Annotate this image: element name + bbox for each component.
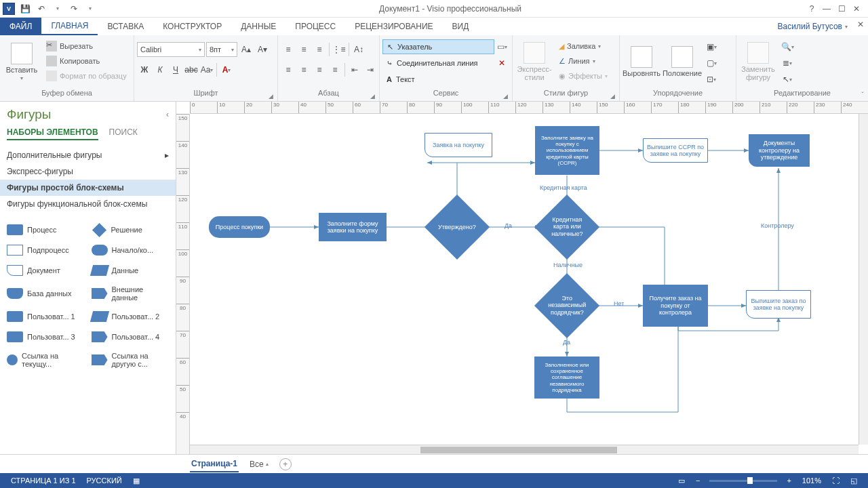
bullets-icon[interactable]: ⋮≡ <box>332 42 347 57</box>
tab-process[interactable]: ПРОЦЕСС <box>285 18 345 35</box>
save-icon[interactable]: 💾 <box>19 3 31 15</box>
redo-icon[interactable]: ↷ <box>68 3 80 15</box>
h-scrollbar[interactable] <box>190 445 859 454</box>
tab-file[interactable]: ФАЙЛ <box>0 18 41 35</box>
tab-review[interactable]: РЕЦЕНЗИРОВАНИЕ <box>345 18 442 35</box>
undo-dropdown-icon[interactable]: ▾ <box>52 3 64 15</box>
italic-icon[interactable]: К <box>153 62 167 77</box>
layers-icon[interactable]: ≣▾ <box>780 56 795 70</box>
shape-document[interactable]: Документ <box>4 261 87 280</box>
effects-button[interactable]: ◉Эффекты▾ <box>556 69 610 83</box>
tab-insert[interactable]: ВСТАВКА <box>98 18 153 35</box>
pan-zoom-icon[interactable]: ◱ <box>845 476 863 485</box>
find-icon[interactable]: 🔍▾ <box>780 39 795 54</box>
text-dir-icon[interactable]: A↕ <box>351 42 366 57</box>
user-menu[interactable]: Василий Бутусов▾ <box>778 18 853 35</box>
align-right-icon[interactable]: ≡ <box>312 62 327 77</box>
node-write-order[interactable]: Выпишите заказ по заявке на покупку <box>746 290 811 319</box>
shape-ref-other[interactable]: Ссылка на другую с... <box>89 348 172 372</box>
collapse-panel-icon[interactable]: ‹ <box>166 110 169 119</box>
send-back-icon[interactable]: ▢▾ <box>704 56 719 70</box>
node-form[interactable]: Заполните форму заявки на покупку <box>319 213 387 241</box>
shape-custom3[interactable]: Пользоват... 3 <box>4 327 87 346</box>
quick-styles-button[interactable]: Экспресс-стили <box>515 38 553 85</box>
cat-basic-flowchart[interactable]: Фигуры простой блок-схемы <box>0 180 176 196</box>
connector-tool[interactable]: ⤷Соединительная линия <box>382 56 494 70</box>
align-bot-icon[interactable]: ≡ <box>312 42 327 57</box>
all-pages-button[interactable]: Все▴ <box>250 460 269 469</box>
cut-button[interactable]: ✂Вырезать <box>43 39 130 53</box>
cat-functional-flowchart[interactable]: Фигуры функциональной блок-схемы <box>0 196 176 212</box>
qat-customize-icon[interactable]: ▾ <box>84 3 96 15</box>
node-ccpr-doc[interactable]: Выпишите CCPR по заявке на покупку <box>643 138 708 163</box>
line-button[interactable]: ∠Линия▾ <box>556 54 610 68</box>
node-cc-or-cash[interactable]: Кредитная карта или наличные? <box>534 195 599 260</box>
paste-button[interactable]: Вставить▾ <box>3 38 41 85</box>
tools-dialog-icon[interactable]: ◢ <box>503 93 508 100</box>
presentation-icon[interactable]: ▭ <box>673 476 690 485</box>
node-start[interactable]: Процесс покупки <box>209 216 270 238</box>
copy-button[interactable]: Копировать <box>43 54 130 68</box>
align-left-icon[interactable]: ≡ <box>281 62 296 77</box>
indent-dec-icon[interactable]: ⇤ <box>347 62 362 77</box>
cat-quick[interactable]: Экспресс-фигуры <box>0 163 176 180</box>
align-center-icon[interactable]: ≡ <box>296 62 311 77</box>
align-mid-icon[interactable]: ≡ <box>296 42 311 57</box>
select-icon[interactable]: ↖▾ <box>780 72 795 87</box>
position-button[interactable]: Положение <box>663 38 701 85</box>
font-color-icon[interactable]: A▾ <box>219 62 234 77</box>
case-icon[interactable]: Aa▾ <box>199 62 214 77</box>
para-dialog-icon[interactable]: ◢ <box>370 93 375 100</box>
change-shape-button[interactable]: Заменить фигуру <box>739 38 777 85</box>
tab-stencils[interactable]: НАБОРЫ ЭЛЕМЕНТОВ <box>7 127 98 140</box>
fit-page-icon[interactable]: ⛶ <box>827 476 845 485</box>
shape-decision[interactable]: Решение <box>89 220 172 239</box>
zoom-value[interactable]: 101% <box>797 476 827 485</box>
shape-process[interactable]: Процесс <box>4 220 87 239</box>
align-top-icon[interactable]: ≡ <box>281 42 296 57</box>
shape-ref-this[interactable]: Ссылка на текущу... <box>4 348 87 372</box>
shape-database[interactable]: База данных <box>4 281 87 306</box>
maximize-icon[interactable]: ☐ <box>834 2 849 16</box>
indent-inc-icon[interactable]: ⇥ <box>363 62 378 77</box>
font-name-select[interactable]: Calibri▾ <box>137 42 205 57</box>
shape-custom4[interactable]: Пользоват... 4 <box>89 327 172 346</box>
v-scrollbar[interactable] <box>859 114 868 445</box>
page-tab-1[interactable]: Страница-1 <box>190 456 239 472</box>
rect-tool-icon[interactable]: ▭▾ <box>494 39 509 54</box>
node-ccpr[interactable]: Заполните заявку на покупку с использова… <box>535 126 599 175</box>
close-icon[interactable]: ✕ <box>849 2 864 16</box>
status-lang[interactable]: РУССКИЙ <box>81 476 127 485</box>
cat-more[interactable]: Дополнительные фигуры▸ <box>0 147 176 163</box>
group-icon[interactable]: ⊡▾ <box>704 72 719 87</box>
strike-icon[interactable]: abc <box>184 62 199 77</box>
underline-icon[interactable]: Ч <box>168 62 183 77</box>
shape-startend[interactable]: Начало/ко... <box>89 241 172 260</box>
bold-icon[interactable]: Ж <box>137 62 152 77</box>
zoom-out-icon[interactable]: − <box>690 476 705 485</box>
font-size-select[interactable]: 8пт▾ <box>206 42 237 57</box>
shape-external[interactable]: Внешние данные <box>89 281 172 306</box>
node-get-order[interactable]: Получите заказ на покупку от контролера <box>643 285 708 327</box>
close-document-icon[interactable]: ✕ <box>853 18 868 31</box>
text-tool[interactable]: AТекст <box>382 72 509 87</box>
increase-font-icon[interactable]: A▴ <box>239 42 254 57</box>
tab-data[interactable]: ДАННЫЕ <box>231 18 285 35</box>
node-ctrl-docs[interactable]: Документы контролеру на утверждение <box>749 134 810 167</box>
tab-search[interactable]: ПОИСК <box>109 127 138 140</box>
shape-data[interactable]: Данные <box>89 261 172 280</box>
bring-front-icon[interactable]: ▣▾ <box>704 39 719 54</box>
drawing-canvas[interactable]: Процесс покупки Заполните форму заявки н… <box>190 114 868 445</box>
add-page-icon[interactable]: + <box>279 458 292 470</box>
justify-icon[interactable]: ≡ <box>328 62 342 77</box>
help-icon[interactable]: ? <box>804 2 819 16</box>
align-button[interactable]: Выровнять <box>623 38 660 85</box>
tab-home[interactable]: ГЛАВНАЯ <box>41 18 98 35</box>
minimize-icon[interactable]: — <box>819 2 834 16</box>
styles-dialog-icon[interactable]: ◢ <box>610 93 615 100</box>
conn-point-icon[interactable]: ✕ <box>494 56 509 70</box>
shape-subprocess[interactable]: Подпроцесс <box>4 241 87 260</box>
zoom-in-icon[interactable]: + <box>781 476 796 485</box>
node-approved[interactable]: Утверждено? <box>425 195 490 260</box>
shape-custom2[interactable]: Пользоват... 2 <box>89 307 172 326</box>
